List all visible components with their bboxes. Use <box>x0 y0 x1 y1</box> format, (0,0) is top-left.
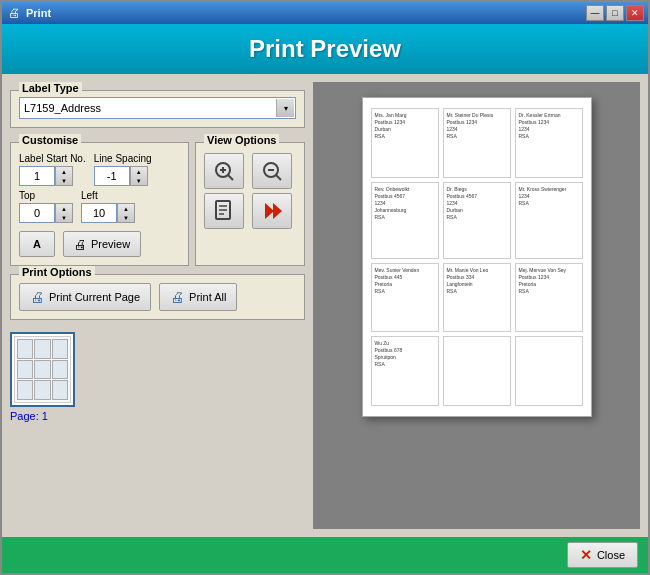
main-header: Print Preview <box>2 24 648 74</box>
thumb-cell-7 <box>17 380 33 400</box>
spin-down-icon: ▼ <box>56 176 72 185</box>
right-panel: Mrs. Jan Marg Postbus 1234 Durban RSA Mr… <box>313 82 640 529</box>
label-cell-10 <box>443 336 511 406</box>
close-x-icon: ✕ <box>580 547 592 563</box>
left-spinbtn[interactable]: ▲ ▼ <box>117 203 135 223</box>
print-current-icon: 🖨 <box>30 289 44 305</box>
window: 🖨 Print — □ ✕ Print Preview Label Type L… <box>0 0 650 575</box>
window-close-button[interactable]: ✕ <box>626 5 644 21</box>
spin-down-icon: ▼ <box>131 176 147 185</box>
label-cell-7: Mr. Manie Von Leo Postbus 334 Langfontei… <box>443 263 511 333</box>
top-spinbtn[interactable]: ▲ ▼ <box>55 203 73 223</box>
label-start-input[interactable] <box>19 166 55 186</box>
window-icon: 🖨 <box>6 5 22 21</box>
label-cell-9: Wu Zu Postbus 678 Spruitpon RSA <box>371 336 439 406</box>
top-input[interactable] <box>19 203 55 223</box>
spin-up-icon: ▲ <box>118 204 134 213</box>
svg-marker-11 <box>265 203 274 219</box>
label-cell-4: Dr. Biegs Postbus 4567 1234 Durban RSA <box>443 182 511 259</box>
preview-page: Mrs. Jan Marg Postbus 1234 Durban RSA Mr… <box>362 97 592 417</box>
page-view-button[interactable] <box>204 193 244 229</box>
zoom-in-icon <box>212 159 236 183</box>
left-label: Left <box>81 190 135 201</box>
top-group: Top ▲ ▼ <box>19 190 73 223</box>
print-all-button[interactable]: 🖨 Print All <box>159 283 237 311</box>
svg-line-1 <box>228 175 233 180</box>
view-options-legend: View Options <box>204 134 279 146</box>
zoom-in-button[interactable] <box>204 153 244 189</box>
page-view-icon <box>212 199 236 223</box>
label-type-select[interactable]: L7159_Address <box>19 97 296 119</box>
window-title: Print <box>26 7 586 19</box>
content-area: Label Type L7159_Address ▾ Customise Lab… <box>2 74 648 537</box>
thumbnail-frame[interactable] <box>10 332 75 407</box>
line-spacing-spinner: ▲ ▼ <box>94 166 152 186</box>
thumbnail-inner <box>14 336 71 403</box>
label-type-legend: Label Type <box>19 82 82 94</box>
thumb-cell-4 <box>17 360 33 380</box>
thumb-cell-2 <box>34 339 50 359</box>
zoom-out-icon <box>260 159 284 183</box>
left-spinner: ▲ ▼ <box>81 203 135 223</box>
close-button-label: Close <box>597 549 625 561</box>
fast-forward-button[interactable] <box>252 193 292 229</box>
view-options-buttons <box>204 153 296 229</box>
title-bar: 🖨 Print — □ ✕ <box>2 2 648 24</box>
thumb-cell-9 <box>52 380 68 400</box>
close-button[interactable]: ✕ Close <box>567 542 638 568</box>
font-button[interactable]: A <box>19 231 55 257</box>
print-buttons: 🖨 Print Current Page 🖨 Print All <box>19 283 296 311</box>
view-options-group: View Options <box>195 142 305 266</box>
thumb-cell-8 <box>34 380 50 400</box>
print-all-label: Print All <box>189 291 226 303</box>
top-label: Top <box>19 190 73 201</box>
customise-buttons: A 🖨 Preview <box>19 231 180 257</box>
print-all-icon: 🖨 <box>170 289 184 305</box>
label-cell-1: Mr. Steiner Du Plesis Postbus 1234 1234 … <box>443 108 511 178</box>
svg-marker-12 <box>273 203 282 219</box>
zoom-out-button[interactable] <box>252 153 292 189</box>
thumbnail-area: Page: 1 <box>10 332 305 422</box>
header-title: Print Preview <box>249 35 401 63</box>
line-spacing-group: Line Spacing ▲ ▼ <box>94 153 152 186</box>
label-cell-6: Mev. Sunier Venden Postbus 445 Pretoria … <box>371 263 439 333</box>
print-current-page-button[interactable]: 🖨 Print Current Page <box>19 283 151 311</box>
preview-button[interactable]: 🖨 Preview <box>63 231 141 257</box>
line-spacing-spinbtn[interactable]: ▲ ▼ <box>130 166 148 186</box>
label-start-no-label: Label Start No. <box>19 153 86 164</box>
thumb-cell-5 <box>34 360 50 380</box>
label-cell-5: Mr. Kross Swierenger 1234 RSA <box>515 182 583 259</box>
middle-row: Customise Label Start No. ▲ ▼ <box>10 134 305 266</box>
second-field-row: Top ▲ ▼ Left <box>19 190 180 223</box>
maximize-button[interactable]: □ <box>606 5 624 21</box>
spin-down-icon: ▼ <box>56 213 72 222</box>
left-group: Left ▲ ▼ <box>81 190 135 223</box>
preview-printer-icon: 🖨 <box>74 237 87 252</box>
thumb-cell-1 <box>17 339 33 359</box>
spin-down-icon: ▼ <box>118 213 134 222</box>
line-spacing-input[interactable] <box>94 166 130 186</box>
first-field-row: Label Start No. ▲ ▼ Line Spacing <box>19 153 180 186</box>
spin-up-icon: ▲ <box>56 167 72 176</box>
thumb-cell-6 <box>52 360 68 380</box>
customise-group: Customise Label Start No. ▲ ▼ <box>10 142 189 266</box>
line-spacing-label: Line Spacing <box>94 153 152 164</box>
label-start-group: Label Start No. ▲ ▼ <box>19 153 86 186</box>
label-start-spinner: ▲ ▼ <box>19 166 86 186</box>
label-type-group: Label Type L7159_Address ▾ <box>10 90 305 128</box>
fast-forward-icon <box>260 199 284 223</box>
left-input[interactable] <box>81 203 117 223</box>
label-cell-3: Rev. Onbewolkt Postbus 4567 1234 Johanne… <box>371 182 439 259</box>
thumb-cell-3 <box>52 339 68 359</box>
svg-line-5 <box>276 175 281 180</box>
top-spinner: ▲ ▼ <box>19 203 73 223</box>
print-options-group: Print Options 🖨 Print Current Page 🖨 Pri… <box>10 274 305 320</box>
label-start-spinbtn[interactable]: ▲ ▼ <box>55 166 73 186</box>
thumbnail-page-label: Page: 1 <box>10 410 48 422</box>
print-current-page-label: Print Current Page <box>49 291 140 303</box>
label-cell-11 <box>515 336 583 406</box>
preview-button-label: Preview <box>91 238 130 250</box>
minimize-button[interactable]: — <box>586 5 604 21</box>
label-cell-2: Dr. Kessler Ertman Postbus 1234 1234 RSA <box>515 108 583 178</box>
footer: ✕ Close <box>2 537 648 573</box>
